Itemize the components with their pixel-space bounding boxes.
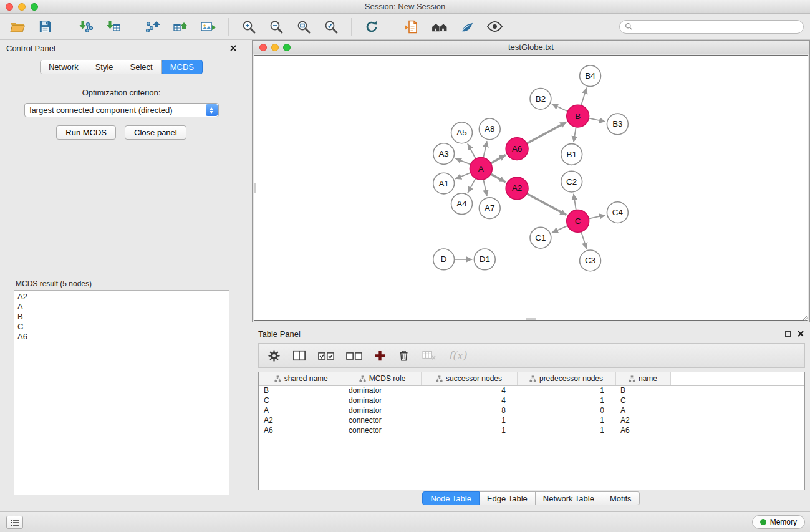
float-panel-icon[interactable] [218,46,223,51]
graph-node-B1[interactable]: B1 [561,144,582,165]
graph-edge-C-C3[interactable] [581,232,587,249]
float-table-panel-icon[interactable] [785,331,791,337]
search-box[interactable] [619,20,804,34]
graph-node-C1[interactable]: C1 [530,227,551,248]
add-column-button[interactable] [374,346,386,365]
tab-network[interactable]: Network [40,60,87,74]
export-image-button[interactable] [197,17,219,37]
graph-node-D1[interactable]: D1 [474,249,495,270]
table-cell[interactable]: 0 [517,405,615,415]
graph-node-C2[interactable]: C2 [561,171,582,192]
graph-edge-A-A1[interactable] [455,173,471,179]
table-cell[interactable]: 1 [517,395,615,405]
table-cell[interactable]: A2 [259,415,344,425]
graph-node-D[interactable]: D [433,249,455,270]
network-canvas[interactable]: B4B2BB3A8A5A6B1A3AC2A1A2A4A7C4CC1C3DD1 [254,55,808,321]
tab-style[interactable]: Style [87,60,122,74]
graph-node-B2[interactable]: B2 [530,89,551,110]
graph-edge-B-B3[interactable] [589,118,605,122]
graph-node-A5[interactable]: A5 [451,122,473,143]
graph-node-A4[interactable]: A4 [451,193,473,215]
refresh-button[interactable] [360,17,383,37]
delete-column-button[interactable] [398,346,410,365]
resize-grip[interactable] [801,314,809,321]
tab-mcds[interactable]: MCDS [162,60,203,74]
show-columns-button[interactable] [292,346,306,365]
graph-edge-A-A2[interactable] [491,174,506,182]
result-item[interactable]: B [17,312,226,322]
table-row[interactable]: Adominator80A [259,405,804,415]
table-row[interactable]: A6connector11A6 [259,425,804,435]
table-cell[interactable]: 1 [421,425,517,435]
graph-edge-A-A3[interactable] [455,158,471,165]
table-row[interactable]: A2connector11A2 [259,415,804,425]
result-item[interactable]: C [17,322,226,332]
zoom-fit-button[interactable] [292,17,315,37]
show-panels-button[interactable] [6,516,23,529]
column-header[interactable]: successor nodes [421,372,517,385]
table-cell[interactable]: 1 [517,425,615,435]
graph-edge-A6-B[interactable] [527,122,566,143]
graph-node-A3[interactable]: A3 [433,143,455,165]
graph-edge-A-A5[interactable] [468,143,476,158]
table-cell[interactable]: C [615,395,670,405]
save-session-button[interactable] [34,17,56,37]
table-cell[interactable]: dominator [344,395,421,405]
table-cell[interactable]: 1 [517,415,615,425]
table-cell[interactable]: A [259,405,344,415]
table-cell[interactable]: connector [344,415,421,425]
table-cell[interactable]: A [615,405,670,415]
table-cell[interactable]: connector [344,425,421,435]
optimization-criterion-select[interactable]: largest connected component (directed) [24,103,219,117]
graph-node-A6[interactable]: A6 [506,138,528,160]
run-mcds-button[interactable]: Run MCDS [56,125,116,140]
table-cell[interactable]: A2 [615,415,670,425]
graph-node-C3[interactable]: C3 [580,250,601,271]
close-panel-icon[interactable] [230,44,236,53]
show-details-button[interactable] [483,17,506,37]
table-cell[interactable]: B [615,385,670,395]
zoom-network-window-button[interactable] [283,44,291,51]
zoom-window-button[interactable] [31,3,38,11]
import-network-button[interactable] [74,17,97,37]
deselect-all-button[interactable] [346,346,362,365]
minimize-window-button[interactable] [18,3,26,11]
open-document-button[interactable] [401,17,423,37]
graph-edge-A-A4[interactable] [468,178,476,193]
graph-node-A2[interactable]: A2 [506,177,528,200]
column-header[interactable]: name [615,372,670,385]
table-cell[interactable]: C [259,395,344,405]
graph-edge-A-A7[interactable] [483,180,487,196]
graph-edge-C-C2[interactable] [574,194,576,210]
annotation-button[interactable] [456,17,478,37]
table-cell[interactable]: B [259,385,344,395]
zoom-in-button[interactable] [238,17,260,37]
tab-select[interactable]: Select [122,60,162,74]
table-cell[interactable]: 1 [421,415,517,425]
close-network-window-button[interactable] [259,44,267,51]
close-mcds-panel-button[interactable]: Close panel [125,125,186,140]
table-cell[interactable]: 4 [421,395,517,405]
zoom-out-button[interactable] [265,17,287,37]
column-header[interactable]: MCDS role [344,372,421,385]
table-cell[interactable]: A6 [615,425,670,435]
graph-node-B3[interactable]: B3 [607,114,628,135]
graph-edge-B-B2[interactable] [552,104,567,112]
graph-node-A8[interactable]: A8 [479,118,500,140]
table-cell[interactable]: dominator [344,385,421,395]
table-row[interactable]: Bdominator41B [259,385,804,395]
column-header[interactable]: predecessor nodes [517,372,615,385]
tab-node-table[interactable]: Node Table [422,491,480,505]
graph-edge-A-A8[interactable] [483,141,487,158]
zoom-selected-button[interactable] [320,17,342,37]
table-cell[interactable]: 1 [517,385,615,395]
graph-node-B4[interactable]: B4 [580,65,601,87]
table-cell[interactable]: 4 [421,385,517,395]
tab-network-table[interactable]: Network Table [536,491,602,505]
tab-motifs[interactable]: Motifs [602,491,640,505]
close-window-button[interactable] [6,3,13,11]
tab-edge-table[interactable]: Edge Table [480,491,536,505]
column-header[interactable]: shared name [259,372,344,385]
graph-edge-A-A6[interactable] [491,155,506,163]
graph-edge-A2-C[interactable] [527,194,566,215]
